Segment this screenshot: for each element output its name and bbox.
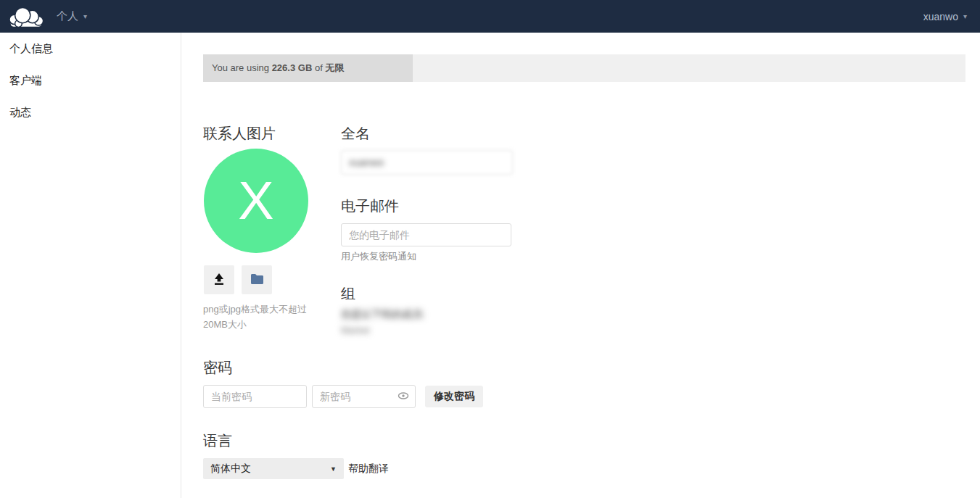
sidebar-item-clients[interactable]: 客户端 [0, 65, 181, 96]
current-password-input[interactable] [203, 385, 307, 408]
app-menu-label: 个人 [57, 9, 78, 23]
language-selected-value: 简体中文 [210, 462, 251, 476]
caret-down-icon: ▾ [83, 12, 87, 20]
select-caret-icon: ▼ [330, 465, 337, 473]
help-translate-link[interactable]: 帮助翻译 [348, 462, 389, 476]
language-select[interactable]: 简体中文 ▼ [203, 458, 344, 479]
password-section-title: 密码 [203, 358, 232, 378]
quota-bar: You are using 226.3 GB of 无限 [203, 54, 965, 82]
settings-sidebar: 个人信息 客户端 动态 [0, 33, 181, 498]
app-menu-personal[interactable]: 个人 ▾ [57, 9, 87, 23]
group-name: Market [341, 325, 370, 336]
fullname-section-title: 全名 [341, 124, 370, 144]
personal-settings-content: You are using 226.3 GB of 无限 联系人图片 X png… [181, 33, 980, 498]
email-helper-text: 用户恢复密码通知 [341, 250, 416, 263]
user-menu-label: xuanwo [923, 11, 958, 22]
avatar-upload-button[interactable] [204, 265, 234, 294]
sidebar-item-activity[interactable]: 动态 [0, 96, 181, 128]
sidebar-item-label: 个人信息 [9, 42, 53, 56]
change-password-button[interactable]: 修改密码 [425, 386, 483, 407]
groups-section-title: 组 [341, 284, 355, 304]
avatar-letter: X [238, 174, 273, 228]
email-section-title: 电子邮件 [341, 196, 399, 216]
fullname-input[interactable]: xuanwo [341, 150, 513, 175]
top-navigation-bar: 个人 ▾ xuanwo ▾ [0, 0, 980, 33]
caret-down-icon: ▾ [963, 12, 967, 20]
owncloud-logo-icon[interactable] [9, 5, 45, 28]
folder-icon [250, 273, 264, 287]
email-input[interactable] [341, 223, 511, 246]
eye-icon[interactable] [398, 391, 409, 404]
language-section-title: 语言 [203, 431, 232, 451]
quota-fill: You are using 226.3 GB of 无限 [203, 54, 413, 82]
groups-membership-text: 您是以下组的成员: [341, 308, 425, 321]
sidebar-item-label: 动态 [9, 106, 31, 120]
user-avatar: X [204, 149, 308, 253]
fullname-value: xuanwo [349, 157, 384, 168]
quota-text: You are using 226.3 GB of 无限 [212, 62, 344, 75]
avatar-upload-hint: png或jpg格式最大不超过 20MB大小 [203, 302, 319, 332]
sidebar-item-personal-info[interactable]: 个人信息 [0, 33, 181, 65]
upload-icon [213, 273, 226, 288]
avatar-section-title: 联系人图片 [203, 124, 276, 144]
user-menu[interactable]: xuanwo ▾ [923, 0, 967, 33]
avatar-browse-button[interactable] [242, 265, 272, 294]
sidebar-item-label: 客户端 [9, 74, 42, 88]
